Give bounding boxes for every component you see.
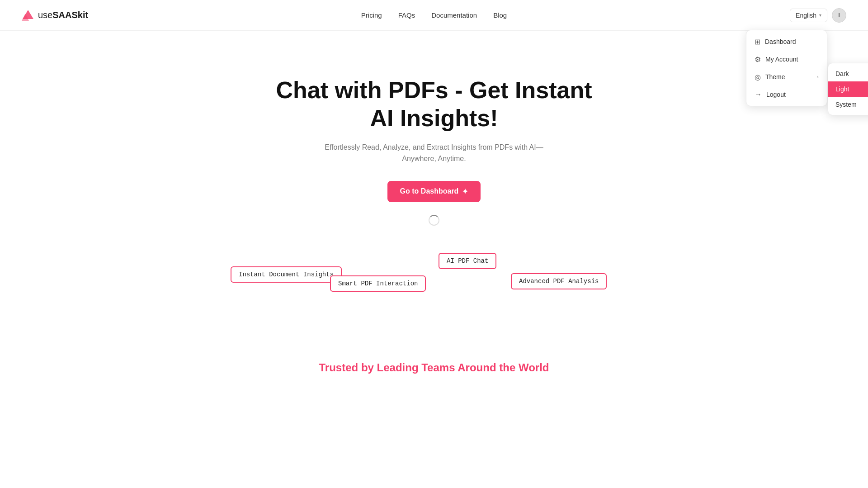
trusted-title: Trusted by Leading Teams Around the Worl… [22,361,846,374]
nav-faqs[interactable]: FAQs [398,11,415,19]
feature-tag-2: Smart PDF Interaction [330,275,426,292]
nav-documentation[interactable]: Documentation [431,11,477,19]
chevron-down-icon: ▾ [819,13,821,18]
theme-submenu: Dark Light System [828,63,868,115]
gear-icon: ⚙ [755,55,761,64]
dropdown-dashboard-label: Dashboard [765,38,796,45]
logo[interactable]: useSAASkit [22,9,88,22]
dropdown-theme-label: Theme [765,73,785,81]
dropdown-logout-label: Logout [766,91,786,98]
dropdown-dashboard[interactable]: ⊞ Dashboard [746,33,827,51]
dropdown-logout[interactable]: → Logout [746,86,827,103]
user-dropdown-menu: ⊞ Dashboard ⚙ My Account ◎ Theme › → Log… [746,30,827,106]
dropdown-theme[interactable]: ◎ Theme › [746,68,827,86]
logo-text: useSAASkit [38,10,88,20]
sparkle-icon: ✦ [462,187,468,196]
language-selector[interactable]: English ▾ [790,9,827,22]
dropdown-my-account[interactable]: ⚙ My Account [746,51,827,68]
header: useSAASkit Pricing FAQs Documentation Bl… [0,0,868,31]
language-label: English [796,12,816,19]
dropdown-my-account-label: My Account [765,56,798,63]
spinner-circle [429,215,439,226]
logout-icon: → [755,90,762,99]
trusted-section: Trusted by Leading Teams Around the Worl… [0,361,868,374]
theme-option-dark[interactable]: Dark [828,66,868,81]
feature-tag-1: Instant Document Insights [231,266,342,283]
goto-dashboard-button[interactable]: Go to Dashboard ✦ [387,181,481,202]
loading-spinner [429,215,439,226]
nav-pricing[interactable]: Pricing [361,11,382,19]
nav-blog[interactable]: Blog [493,11,507,19]
feature-tag-4: Advanced PDF Analysis [511,273,607,289]
cta-label: Go to Dashboard [400,187,459,195]
hero-title: Chat with PDFs - Get Instant AI Insights… [276,76,592,133]
hero-subtitle: Effortlessly Read, Analyze, and Extract … [316,142,552,165]
dashboard-icon: ⊞ [755,38,760,46]
theme-option-light[interactable]: Light [828,81,868,97]
user-avatar[interactable]: I [832,8,846,23]
chevron-right-icon: › [817,74,819,80]
logo-icon [22,9,34,22]
feature-tags: Instant Document Insights Smart PDF Inte… [231,253,637,307]
header-right: English ▾ I ⊞ Dashboard ⚙ My Account ◎ T… [790,8,846,23]
hero-section: Chat with PDFs - Get Instant AI Insights… [0,31,868,307]
theme-icon: ◎ [755,73,761,81]
feature-tag-3: AI PDF Chat [439,253,496,269]
theme-option-system[interactable]: System [828,97,868,112]
main-nav: Pricing FAQs Documentation Blog [361,11,507,19]
